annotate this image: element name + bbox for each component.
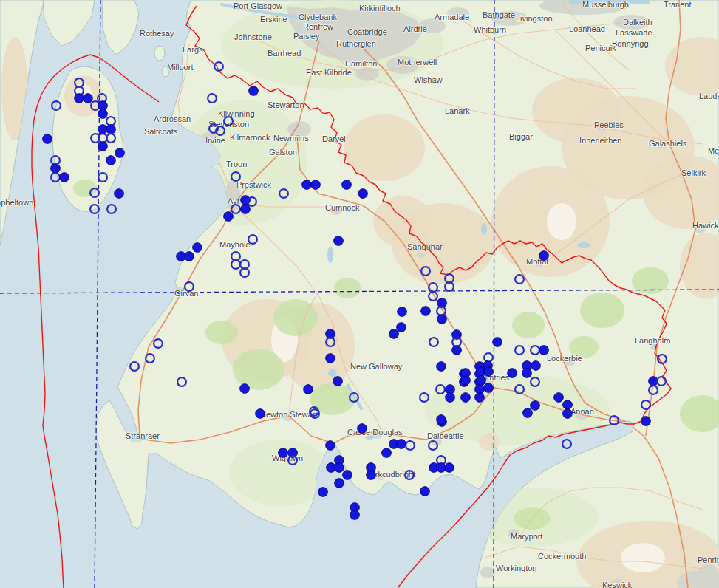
record-marker-filled[interactable] xyxy=(326,354,335,363)
record-marker-open[interactable] xyxy=(531,377,539,386)
record-marker-open[interactable] xyxy=(437,307,446,315)
record-marker-filled[interactable] xyxy=(358,189,368,199)
record-marker-filled[interactable] xyxy=(240,384,250,394)
record-marker-filled[interactable] xyxy=(342,180,352,190)
record-marker-filled[interactable] xyxy=(115,148,125,158)
record-marker-filled[interactable] xyxy=(484,367,494,377)
record-marker-open[interactable] xyxy=(531,346,539,355)
record-marker-filled[interactable] xyxy=(335,463,344,473)
record-marker-filled[interactable] xyxy=(397,440,406,449)
record-marker-filled[interactable] xyxy=(563,409,573,419)
record-marker-filled[interactable] xyxy=(84,94,93,103)
record-marker-filled[interactable] xyxy=(98,109,108,119)
record-marker-open[interactable] xyxy=(429,292,437,301)
record-marker-filled[interactable] xyxy=(531,401,540,411)
record-marker-filled[interactable] xyxy=(539,346,549,355)
record-marker-filled[interactable] xyxy=(563,400,573,410)
record-marker-filled[interactable] xyxy=(452,346,462,355)
record-marker-filled[interactable] xyxy=(367,471,376,480)
record-marker-open[interactable] xyxy=(421,267,430,276)
record-marker-open[interactable] xyxy=(90,205,99,213)
record-marker-filled[interactable] xyxy=(421,307,431,316)
record-marker-filled[interactable] xyxy=(437,315,447,324)
record-marker-open[interactable] xyxy=(146,354,154,363)
record-marker-open[interactable] xyxy=(208,94,217,103)
record-marker-filled[interactable] xyxy=(302,180,312,190)
record-marker-filled[interactable] xyxy=(477,376,486,386)
record-marker-filled[interactable] xyxy=(224,212,234,222)
record-marker-open[interactable] xyxy=(279,189,288,198)
record-marker-open[interactable] xyxy=(406,441,415,450)
record-marker-open[interactable] xyxy=(248,235,257,244)
record-marker-filled[interactable] xyxy=(531,361,541,371)
record-marker-open[interactable] xyxy=(154,339,163,348)
record-marker-open[interactable] xyxy=(231,205,240,213)
record-marker-open[interactable] xyxy=(130,362,139,371)
record-marker-open[interactable] xyxy=(657,377,666,386)
record-marker-filled[interactable] xyxy=(115,189,124,199)
record-marker-open[interactable] xyxy=(51,156,60,165)
record-marker-filled[interactable] xyxy=(475,393,485,403)
record-marker-filled[interactable] xyxy=(461,376,471,386)
record-marker-filled[interactable] xyxy=(304,385,313,394)
record-marker-filled[interactable] xyxy=(358,424,367,434)
record-marker-filled[interactable] xyxy=(398,307,407,317)
record-marker-filled[interactable] xyxy=(539,251,549,261)
record-marker-open[interactable] xyxy=(52,101,61,110)
record-marker-open[interactable] xyxy=(224,117,233,126)
record-marker-open[interactable] xyxy=(429,338,438,346)
record-marker-filled[interactable] xyxy=(554,393,564,403)
record-marker-open[interactable] xyxy=(90,188,99,197)
record-marker-filled[interactable] xyxy=(641,417,651,426)
record-marker-filled[interactable] xyxy=(446,393,455,403)
record-marker-open[interactable] xyxy=(106,117,115,126)
record-marker-filled[interactable] xyxy=(445,463,454,473)
record-marker-open[interactable] xyxy=(177,377,186,386)
record-marker-filled[interactable] xyxy=(522,369,532,378)
record-marker-filled[interactable] xyxy=(397,323,406,332)
record-marker-open[interactable] xyxy=(214,62,223,71)
record-marker-filled[interactable] xyxy=(389,329,399,339)
record-marker-filled[interactable] xyxy=(106,125,116,134)
record-marker-open[interactable] xyxy=(231,172,240,181)
record-marker-open[interactable] xyxy=(326,338,335,346)
record-marker-filled[interactable] xyxy=(60,173,69,182)
record-marker-open[interactable] xyxy=(641,400,650,409)
record-marker-open[interactable] xyxy=(185,282,194,291)
record-marker-filled[interactable] xyxy=(333,377,343,386)
record-marker-filled[interactable] xyxy=(484,383,494,393)
record-marker-filled[interactable] xyxy=(98,142,108,151)
record-marker-filled[interactable] xyxy=(343,471,352,480)
record-marker-filled[interactable] xyxy=(256,409,265,419)
record-marker-filled[interactable] xyxy=(241,205,251,214)
record-marker-filled[interactable] xyxy=(508,369,517,378)
record-marker-filled[interactable] xyxy=(311,180,321,190)
record-marker-open[interactable] xyxy=(107,205,116,213)
record-marker-open[interactable] xyxy=(515,346,524,355)
record-marker-filled[interactable] xyxy=(335,479,344,488)
record-marker-filled[interactable] xyxy=(193,243,202,253)
record-marker-filled[interactable] xyxy=(185,252,194,261)
record-marker-open[interactable] xyxy=(515,275,524,284)
record-marker-filled[interactable] xyxy=(75,94,84,103)
record-marker-filled[interactable] xyxy=(382,448,392,458)
record-marker-filled[interactable] xyxy=(523,408,533,418)
record-marker-open[interactable] xyxy=(658,355,667,363)
record-marker-filled[interactable] xyxy=(437,362,446,372)
record-marker-filled[interactable] xyxy=(249,86,259,96)
record-marker-open[interactable] xyxy=(649,386,658,394)
record-marker-filled[interactable] xyxy=(279,448,288,458)
map-viewport[interactable]: Port GlasgowErskineClydebankRenfrewPaisl… xyxy=(0,0,719,588)
record-marker-filled[interactable] xyxy=(43,134,52,144)
record-marker-filled[interactable] xyxy=(493,338,502,347)
record-marker-open[interactable] xyxy=(436,385,445,394)
record-marker-filled[interactable] xyxy=(350,510,360,520)
record-marker-open[interactable] xyxy=(429,441,437,450)
record-marker-open[interactable] xyxy=(350,393,358,402)
record-marker-open[interactable] xyxy=(420,393,429,402)
record-marker-open[interactable] xyxy=(515,385,524,394)
record-marker-filled[interactable] xyxy=(326,441,335,451)
record-marker-filled[interactable] xyxy=(420,487,430,496)
record-marker-open[interactable] xyxy=(610,416,619,425)
record-marker-open[interactable] xyxy=(484,353,493,362)
